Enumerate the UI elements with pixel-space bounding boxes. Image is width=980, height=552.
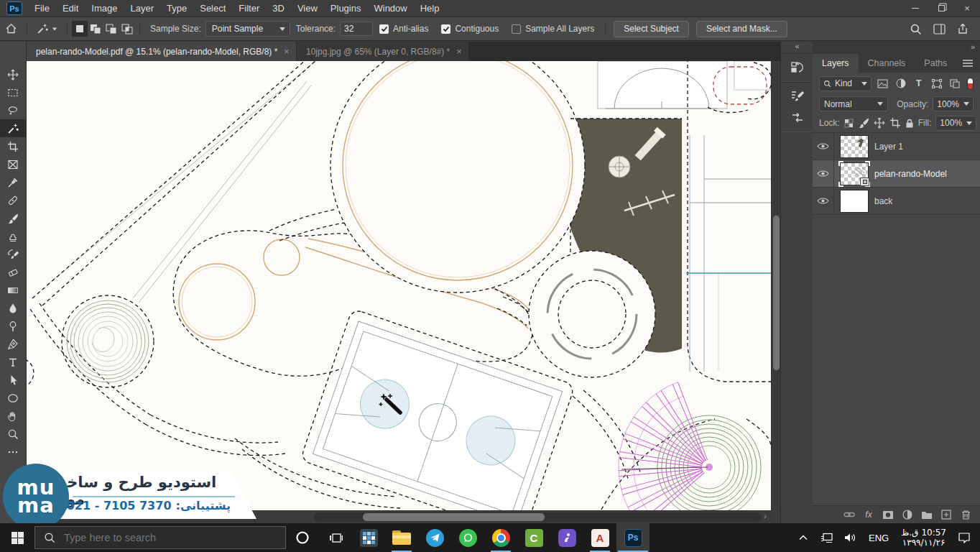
menu-item[interactable]: Edit <box>56 0 85 17</box>
select-and-mask-button[interactable]: Select and Mask... <box>696 21 787 37</box>
action-center-icon[interactable] <box>953 523 974 552</box>
clone-stamp-tool[interactable] <box>0 227 27 245</box>
photoshop-taskbar-icon[interactable]: Ps <box>616 523 650 552</box>
layer-style-icon[interactable]: fx <box>861 508 876 521</box>
start-button[interactable] <box>0 523 34 552</box>
filter-type-icon[interactable]: T <box>912 76 925 91</box>
filter-image-icon[interactable] <box>876 76 889 91</box>
layer-thumbnail[interactable] <box>840 135 869 158</box>
tab-channels[interactable]: Channels <box>859 54 915 73</box>
filter-toggle-switch[interactable] <box>967 78 974 90</box>
adjustment-layer-icon[interactable] <box>900 508 915 521</box>
subtract-from-selection-mode[interactable] <box>103 21 119 37</box>
layer-row[interactable]: back <box>813 188 980 215</box>
menu-item[interactable]: Select <box>193 0 232 17</box>
lock-all-icon[interactable] <box>905 116 914 130</box>
canvas-document[interactable]: .ants{stroke:#1b1b1b;stroke-dasharray:5 … <box>27 61 771 510</box>
path-select-tool[interactable] <box>0 371 27 389</box>
network-icon[interactable] <box>816 523 837 552</box>
gradient-tool[interactable] <box>0 281 27 299</box>
visibility-toggle[interactable] <box>813 133 834 160</box>
minimize-button[interactable] <box>902 0 928 17</box>
contiguous-checkbox[interactable]: Contiguous <box>441 24 499 34</box>
layer-filter-select[interactable]: Kind <box>819 76 872 91</box>
layer-thumbnail[interactable] <box>840 162 869 185</box>
filter-smart-object-icon[interactable] <box>948 76 961 91</box>
visibility-toggle[interactable] <box>813 188 834 214</box>
horizontal-scrollbar-thumb[interactable] <box>363 513 545 521</box>
new-layer-icon[interactable] <box>939 508 953 521</box>
brush-settings-panel-icon[interactable] <box>781 86 813 107</box>
whatsapp-icon[interactable] <box>451 523 484 552</box>
menu-item[interactable]: File <box>28 0 56 17</box>
intersect-selection-mode[interactable] <box>119 21 135 37</box>
link-layers-icon[interactable] <box>842 508 856 521</box>
menu-item[interactable]: 3D <box>266 0 291 17</box>
share-icon[interactable] <box>957 23 969 34</box>
lock-position-icon[interactable] <box>874 116 885 130</box>
blur-tool[interactable] <box>0 299 27 317</box>
lock-artboard-icon[interactable] <box>889 116 901 130</box>
add-to-selection-mode[interactable] <box>88 21 103 37</box>
delete-layer-icon[interactable] <box>958 508 973 521</box>
marquee-tool[interactable] <box>0 83 27 101</box>
move-tool[interactable] <box>0 65 27 83</box>
magic-wand-tool-icon[interactable] <box>32 23 63 34</box>
calculator-app-icon[interactable] <box>352 523 385 552</box>
menu-item[interactable]: Image <box>85 0 124 17</box>
home-icon[interactable] <box>0 23 22 34</box>
menu-item[interactable]: Filter <box>232 0 266 17</box>
anti-alias-checkbox[interactable]: Anti-alias <box>379 24 428 34</box>
close-tab-icon[interactable]: × <box>284 46 290 57</box>
language-indicator[interactable]: ENG <box>864 533 894 543</box>
menu-item[interactable]: Help <box>414 0 446 17</box>
eraser-tool[interactable] <box>0 263 27 281</box>
close-tab-icon[interactable]: × <box>456 46 462 57</box>
volume-icon[interactable] <box>840 523 861 552</box>
telegram-icon[interactable] <box>418 523 451 552</box>
sample-all-layers-checkbox[interactable]: Sample All Layers <box>512 24 594 34</box>
task-view-button[interactable] <box>319 523 352 552</box>
pen-tool[interactable] <box>0 335 27 353</box>
type-tool[interactable] <box>0 353 27 371</box>
history-brush-tool[interactable] <box>0 245 27 263</box>
filter-shape-icon[interactable] <box>930 76 943 91</box>
autocad-icon[interactable]: A <box>583 523 616 552</box>
dock-collapse-icon[interactable]: « <box>781 42 813 53</box>
search-icon[interactable] <box>910 23 922 35</box>
search-input[interactable] <box>63 531 249 544</box>
chrome-icon[interactable] <box>484 523 517 552</box>
blend-mode-select[interactable]: Normal <box>819 96 888 111</box>
menu-item[interactable]: Window <box>367 0 413 17</box>
lasso-tool[interactable] <box>0 101 27 119</box>
eyedropper-tool[interactable] <box>0 173 27 191</box>
more-tools[interactable] <box>0 443 27 461</box>
restore-button[interactable] <box>928 0 954 17</box>
hand-tool[interactable] <box>0 407 27 425</box>
visibility-toggle[interactable] <box>813 160 834 187</box>
workspace-icon[interactable] <box>933 24 946 34</box>
document-tab-active[interactable]: pelan-rando-Model.pdf @ 15.1% (pelan-ran… <box>27 42 296 61</box>
menu-item[interactable]: Type <box>160 0 193 17</box>
panel-menu-icon[interactable] <box>962 54 980 73</box>
lock-transparency-icon[interactable] <box>844 116 854 130</box>
zoom-tool[interactable] <box>0 425 27 443</box>
vertical-scrollbar[interactable] <box>771 61 780 510</box>
purple-app-icon[interactable] <box>550 523 583 552</box>
new-selection-mode[interactable] <box>72 21 88 37</box>
add-mask-icon[interactable] <box>881 508 895 521</box>
clock[interactable]: ق.ظ10:57 ۱۳۹۹/۱۱/۲۶ <box>897 528 951 548</box>
history-panel-icon[interactable] <box>781 57 813 78</box>
cortana-button[interactable] <box>286 523 319 552</box>
filter-adjustment-icon[interactable] <box>894 76 907 91</box>
tab-layers[interactable]: Layers <box>813 54 859 73</box>
sample-size-select[interactable]: Point Sample <box>205 21 290 37</box>
tray-expand-icon[interactable] <box>792 523 813 552</box>
menu-item[interactable]: View <box>291 0 324 17</box>
fill-value-box[interactable]: 100% <box>935 116 976 131</box>
frame-tool[interactable] <box>0 155 27 173</box>
select-subject-button[interactable]: Select Subject <box>614 21 689 37</box>
magic-wand-tool[interactable] <box>0 119 27 137</box>
tolerance-input[interactable] <box>340 22 373 36</box>
menu-item[interactable]: Layer <box>124 0 161 17</box>
